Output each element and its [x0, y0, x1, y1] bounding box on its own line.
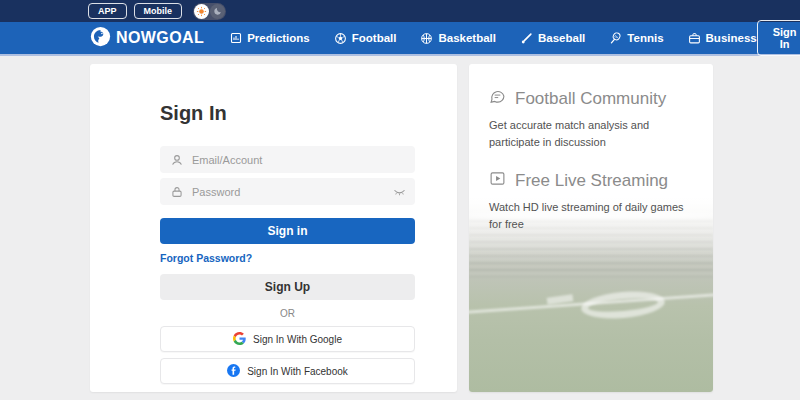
nav-item-basketball[interactable]: Basketball	[420, 32, 496, 45]
business-icon	[688, 32, 701, 45]
facebook-sign-in-button[interactable]: Sign In With Facebook	[160, 358, 415, 384]
football-icon	[334, 32, 347, 45]
facebook-icon	[227, 364, 240, 379]
basketball-icon	[420, 32, 433, 45]
promo-title: Free Live Streaming	[515, 171, 668, 191]
predictions-icon	[230, 32, 242, 44]
email-field-wrapper	[160, 146, 415, 173]
nav-label: Football	[352, 32, 397, 44]
page-title: Sign In	[160, 102, 415, 125]
password-input[interactable]	[192, 186, 415, 198]
promo-panel: Football Community Get accurate match an…	[469, 64, 713, 392]
app-button[interactable]: APP	[88, 3, 127, 20]
mobile-button[interactable]: Mobile	[134, 3, 183, 20]
google-sign-in-button[interactable]: Sign In With Google	[160, 326, 415, 352]
nav-item-baseball[interactable]: Baseball	[520, 32, 585, 45]
or-divider: OR	[160, 308, 415, 319]
page: APP Mobile NOWGOAL	[0, 0, 800, 400]
sun-icon[interactable]	[194, 4, 209, 19]
user-icon	[170, 153, 184, 167]
nav-item-business[interactable]: Business	[688, 32, 757, 45]
eye-closed-icon	[392, 184, 407, 202]
theme-toggle[interactable]	[193, 3, 226, 20]
sign-in-card: Sign In Sign in Forgot Pass	[90, 64, 457, 392]
password-field-wrapper	[160, 178, 415, 205]
moon-icon[interactable]	[210, 4, 225, 19]
nav-item-football[interactable]: Football	[334, 32, 397, 45]
google-icon	[233, 332, 246, 347]
brand-logo[interactable]: NOWGOAL	[90, 26, 204, 51]
nav-label: Business	[706, 32, 757, 44]
promo-item-streaming: Free Live Streaming Watch HD live stream…	[489, 170, 693, 232]
google-button-label: Sign In With Google	[253, 334, 342, 345]
nav-item-predictions[interactable]: Predictions	[230, 32, 310, 44]
content-area: Sign In Sign in Forgot Pass	[0, 56, 800, 398]
sign-in-button[interactable]: Sign in	[160, 218, 415, 244]
promo-description: Watch HD live streaming of daily games f…	[489, 199, 693, 232]
lock-icon	[170, 185, 184, 199]
baseball-icon	[520, 32, 533, 45]
nav-label: Tennis	[627, 32, 663, 44]
comment-icon	[489, 88, 506, 110]
nav-label: Baseball	[538, 32, 585, 44]
promo-title: Football Community	[515, 89, 666, 109]
nav-menu: Predictions Football Basketball Baseball	[230, 32, 757, 45]
sign-up-button[interactable]: Sign Up	[160, 274, 415, 300]
forgot-password-link[interactable]: Forgot Password?	[160, 252, 252, 264]
nav-label: Basketball	[438, 32, 496, 44]
top-utility-bar: APP Mobile	[0, 0, 800, 22]
promo-description: Get accurate match analysis and particip…	[489, 117, 693, 150]
promo-item-community: Football Community Get accurate match an…	[489, 88, 693, 150]
password-visibility-toggle[interactable]	[392, 184, 407, 202]
nowgoal-logo-icon	[90, 26, 111, 51]
nav-label: Predictions	[247, 32, 310, 44]
play-icon	[489, 170, 506, 192]
navbar-sign-in-button[interactable]: Sign In	[757, 20, 800, 56]
main-navbar: NOWGOAL Predictions Football Basketball	[0, 22, 800, 56]
nav-item-tennis[interactable]: Tennis	[609, 32, 663, 45]
tennis-icon	[609, 32, 622, 45]
facebook-button-label: Sign In With Facebook	[247, 366, 348, 377]
email-input[interactable]	[192, 154, 415, 166]
brand-name[interactable]: NOWGOAL	[116, 29, 204, 47]
